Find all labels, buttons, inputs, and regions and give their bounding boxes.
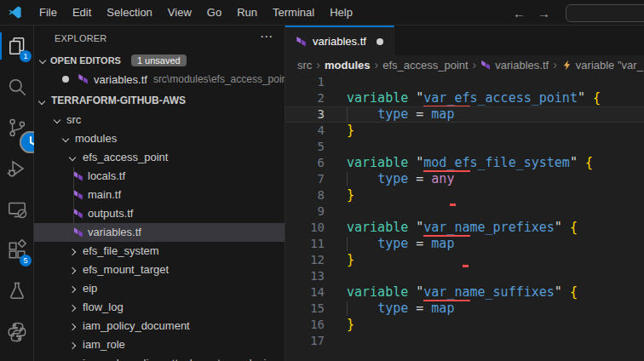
menu-run[interactable]: Run [229,3,265,22]
tree-item-outputs-tf[interactable]: outputs.tf [34,204,285,223]
code-editor[interactable]: 12variable "var_efs_access_point" {3 typ… [285,74,644,361]
tree-item-locals-tf[interactable]: locals.tf [34,167,285,186]
menu-terminal[interactable]: Terminal [265,3,322,22]
line-number[interactable]: 2 [285,90,325,106]
line-number[interactable]: 6 [285,155,325,171]
activity-explorer-button[interactable]: 1 [0,26,34,66]
line-number[interactable]: 5 [285,139,325,155]
tree-item-flow-log[interactable]: flow_log [34,298,285,317]
tree-item-main-tf[interactable]: main.tf [34,186,285,204]
code-line-16[interactable]: 16} [285,317,644,333]
chevron-right-icon [69,342,76,349]
open-editors-header[interactable]: OPEN EDITORS 1 unsaved [34,51,285,70]
activity-testing-button[interactable] [0,271,34,312]
more-actions-button[interactable]: ⋯ [260,29,273,44]
indent-guide [347,301,348,316]
line-number[interactable]: 11 [285,236,325,252]
line-number[interactable]: 13 [285,268,325,284]
tree-item-iam-role[interactable]: iam_role [34,335,285,354]
tree-item-terraform-github-aws[interactable]: TERRAFORM-GITHUB-AWS [34,92,285,111]
code-line-11[interactable]: 11 type = map [285,236,644,252]
tab-label: variables.tf [313,35,366,48]
error-mark [463,265,469,267]
code-line-15[interactable]: 15 type = map [285,301,644,317]
tree-item-variables-tf[interactable]: variables.tf [34,223,285,242]
tree-item-efs-mount-target[interactable]: efs_mount_target [34,261,285,279]
line-number[interactable]: 7 [285,171,325,187]
menu-edit[interactable]: Edit [65,3,99,22]
open-editor-item[interactable]: variables.tf src\modules\efs_access_poin… [34,70,285,89]
breadcrumb-label: modules [325,59,370,72]
line-number[interactable]: 14 [285,284,325,301]
breadcrumb-efs-access-point[interactable]: efs_access_point [382,59,468,72]
nav-back-button[interactable]: ← [513,6,526,20]
activity-source-control-button[interactable] [0,107,34,148]
menu-selection[interactable]: Selection [99,3,159,22]
line-number[interactable]: 3 [285,106,325,123]
terraform-file-icon [72,170,84,182]
tree-item-label: iam_role [83,338,125,351]
menu-view[interactable]: View [160,3,199,22]
breadcrumb-label: efs_access_point [382,59,468,72]
tree-item-efs-access-point[interactable]: efs_access_point [34,148,285,167]
tree-item-label: flow_log [83,301,124,313]
code-line-6[interactable]: 6variable "mod_efs_file_system" { [285,155,644,171]
activity-remote-explorer-button[interactable] [0,189,34,230]
code-line-1[interactable]: 1 [285,74,644,90]
code-line-5[interactable]: 5 [285,139,644,155]
editor-area: variables.tf src›modules›efs_access_poin… [285,26,644,361]
count-badge: 5 [20,255,32,266]
activity-search-button[interactable] [0,66,34,107]
line-number[interactable]: 16 [285,317,325,333]
command-center[interactable] [566,4,644,22]
breadcrumb-separator: › [374,58,378,72]
tree-item-iam-role-policy-attachments-exclusive[interactable]: iam_role_policy_attachments_exclusive [34,354,285,361]
menu-help[interactable]: Help [322,3,360,22]
activity-run-and-debug-button[interactable] [0,148,34,189]
nav-forward-button[interactable]: → [538,6,550,20]
sidebar-title: EXPLORER [55,33,107,43]
line-number[interactable]: 12 [285,252,325,268]
open-editors-label: OPEN EDITORS [50,55,121,66]
open-editor-name: variables.tf [94,73,147,86]
code-text: type = map [347,301,454,317]
tree-item-efs-file-system[interactable]: efs_file_system [34,242,285,261]
chevron-down-icon [69,154,76,161]
menu-file[interactable]: File [32,3,65,22]
tree-item-src[interactable]: src [34,111,285,129]
code-line-9[interactable]: 9 [285,203,644,220]
code-line-7[interactable]: 7 type = any [285,171,644,187]
activity-python-button[interactable] [0,312,34,352]
breadcrumb-variables-tf[interactable]: variables.tf [480,59,549,72]
line-number[interactable]: 4 [285,123,325,139]
activity-extensions-button[interactable]: 5 [0,230,34,271]
line-number[interactable]: 8 [285,187,325,203]
terraform-file-icon [296,36,308,48]
explorer-sidebar: EXPLORER ⋯ OPEN EDITORS 1 unsaved variab… [34,26,285,361]
menu-go[interactable]: Go [199,3,229,22]
line-number[interactable]: 17 [285,333,325,349]
line-number[interactable]: 1 [285,74,325,90]
chevron-down-icon [39,57,46,64]
tree-item-eip[interactable]: eip [34,279,285,298]
line-number[interactable]: 10 [285,220,325,236]
chevron-right-icon [69,286,76,293]
code-line-4[interactable]: 4} [285,123,644,139]
line-number[interactable]: 9 [285,203,325,220]
code-line-14[interactable]: 14variable "var_name_suffixes" { [285,284,644,301]
breadcrumb-src[interactable]: src [297,59,312,72]
code-line-8[interactable]: 8} [285,187,644,203]
tab-variables-tf[interactable]: variables.tf [285,26,394,55]
code-line-13[interactable]: 13 [285,268,644,284]
code-line-2[interactable]: 2variable "var_efs_access_point" { [285,90,644,106]
breadcrumb-variable-var[interactable]: variable "var_ [561,59,643,72]
tree-item-iam-policy-document[interactable]: iam_policy_document [34,317,285,335]
breadcrumb-label: variables.tf [495,59,549,72]
code-text: variable "var_name_prefixes" { [347,220,578,236]
line-number[interactable]: 15 [285,301,325,317]
code-line-3[interactable]: 3 type = map [285,106,644,123]
code-line-10[interactable]: 10variable "var_name_prefixes" { [285,220,644,236]
breadcrumb-modules[interactable]: modules [325,59,370,72]
tree-item-modules[interactable]: modules [34,129,285,148]
code-line-17[interactable]: 17 [285,333,644,349]
